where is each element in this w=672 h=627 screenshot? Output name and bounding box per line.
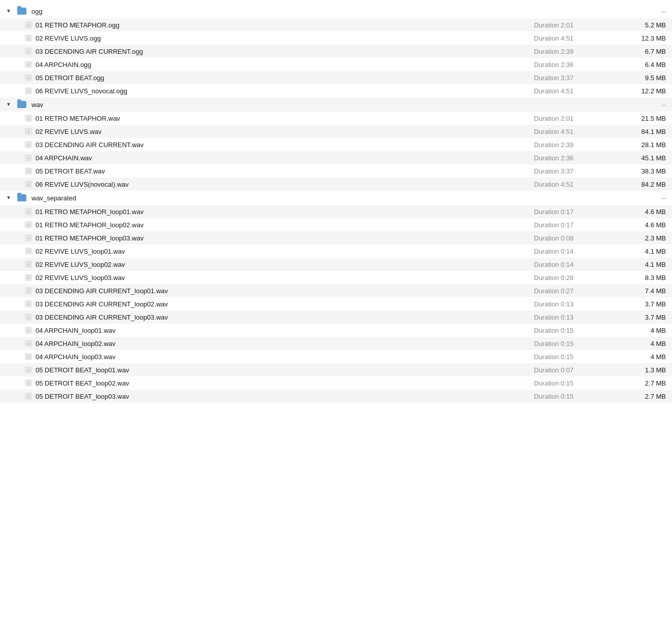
file-name: ♪ 02 REVIVE LUVS.wav	[24, 127, 534, 135]
file-duration: Duration 0:08	[534, 234, 615, 242]
svg-text:♪: ♪	[27, 75, 30, 80]
svg-text:♪: ♪	[27, 367, 30, 372]
music-file-icon: ♪	[24, 353, 32, 361]
svg-text:♪: ♪	[27, 209, 30, 214]
file-name: ♪ 03 DECENDING AIR CURRENT.wav	[24, 141, 534, 149]
file-name-label: 01 RETRO METAPHOR.wav	[36, 115, 120, 122]
file-duration: Duration 0:07	[534, 366, 615, 374]
svg-text:♪: ♪	[27, 36, 30, 41]
svg-text:♪: ♪	[27, 249, 30, 254]
file-size: 12.2 MB	[615, 87, 666, 95]
expand-arrow-icon[interactable]: ▼	[6, 101, 12, 108]
file-name-label: 05 DETROIT BEAT.ogg	[36, 74, 104, 82]
music-file-icon: ♪	[24, 127, 32, 135]
svg-text:♪: ♪	[27, 129, 30, 134]
file-name: ♪ 02 REVIVE LUVS_loop03.wav	[24, 273, 534, 282]
file-row[interactable]: ♪ 04 ARPCHAIN_loop02.wav Duration 0:15 4…	[0, 337, 672, 350]
file-row[interactable]: ♪ 05 DETROIT BEAT_loop03.wav Duration 0:…	[0, 390, 672, 403]
file-size: 21.5 MB	[615, 115, 666, 122]
expand-arrow-icon[interactable]: ▼	[6, 8, 12, 14]
file-name: ♪ 01 RETRO METAPHOR.ogg	[24, 21, 534, 29]
file-row[interactable]: ♪ 01 RETRO METAPHOR.wav Duration 2:01 21…	[0, 112, 672, 125]
svg-text:♪: ♪	[27, 168, 30, 173]
music-file-icon: ♪	[24, 114, 32, 122]
file-name-label: 05 DETROIT BEAT_loop01.wav	[36, 366, 129, 374]
file-name: ♪ 03 DECENDING AIR CURRENT_loop01.wav	[24, 287, 534, 295]
file-name-label: 03 DECENDING AIR CURRENT.ogg	[36, 48, 143, 55]
folder-icon	[17, 101, 26, 108]
file-name: ♪ 02 REVIVE LUVS.ogg	[24, 34, 534, 42]
file-row[interactable]: ♪ 05 DETROIT BEAT_loop02.wav Duration 0:…	[0, 376, 672, 390]
file-row[interactable]: ♪ 02 REVIVE LUVS_loop01.wav Duration 0:1…	[0, 245, 672, 258]
file-row[interactable]: ♪ 03 DECENDING AIR CURRENT_loop02.wav Du…	[0, 297, 672, 310]
file-duration: Duration 4:51	[534, 128, 615, 135]
folder-row-ogg[interactable]: ▼ ogg --	[0, 4, 672, 18]
svg-text:♪: ♪	[27, 301, 30, 306]
file-row[interactable]: ♪ 06 REVIVE LUVS(novocal).wav Duration 4…	[0, 178, 672, 191]
file-size: 2.7 MB	[615, 393, 666, 400]
file-size: 28.1 MB	[615, 141, 666, 149]
file-row[interactable]: ♪ 01 RETRO METAPHOR_loop02.wav Duration …	[0, 218, 672, 231]
music-file-icon: ♪	[24, 87, 32, 95]
folder-name-ogg: ▼ ogg	[6, 8, 534, 15]
svg-text:♪: ♪	[27, 341, 30, 346]
file-duration: Duration 0:14	[534, 261, 615, 268]
file-name: ♪ 01 RETRO METAPHOR_loop03.wav	[24, 234, 534, 242]
svg-text:♪: ♪	[27, 222, 30, 227]
file-row[interactable]: ♪ 04 ARPCHAIN_loop01.wav Duration 0:15 4…	[0, 324, 672, 337]
file-size: 45.1 MB	[615, 154, 666, 162]
file-name: ♪ 05 DETROIT BEAT.wav	[24, 167, 534, 175]
file-row[interactable]: ♪ 02 REVIVE LUVS_loop02.wav Duration 0:1…	[0, 258, 672, 271]
file-name-label: 06 REVIVE LUVS_novocal.ogg	[36, 87, 127, 95]
file-row[interactable]: ♪ 02 REVIVE LUVS.ogg Duration 4:51 12.3 …	[0, 31, 672, 45]
folder-row-wav[interactable]: ▼ wav --	[0, 97, 672, 112]
svg-text:♪: ♪	[27, 235, 30, 240]
file-duration: Duration 0:17	[534, 221, 615, 229]
file-duration: Duration 4:51	[534, 181, 615, 188]
file-name-label: 03 DECENDING AIR CURRENT_loop02.wav	[36, 300, 168, 308]
svg-text:♪: ♪	[27, 155, 30, 160]
music-file-icon: ♪	[24, 74, 32, 82]
svg-text:♪: ♪	[27, 116, 30, 121]
file-row[interactable]: ♪ 01 RETRO METAPHOR_loop01.wav Duration …	[0, 205, 672, 218]
file-row[interactable]: ♪ 02 REVIVE LUVS.wav Duration 4:51 84.1 …	[0, 125, 672, 138]
file-size: 84.1 MB	[615, 128, 666, 135]
file-name-label: 02 REVIVE LUVS_loop01.wav	[36, 248, 125, 255]
folder-name-wav: ▼ wav	[6, 101, 534, 109]
file-row[interactable]: ♪ 03 DECENDING AIR CURRENT_loop01.wav Du…	[0, 284, 672, 297]
music-file-icon: ♪	[24, 392, 32, 400]
folder-label: wav	[31, 101, 43, 109]
file-size: 4.1 MB	[615, 261, 666, 268]
file-row[interactable]: ♪ 03 DECENDING AIR CURRENT.ogg Duration …	[0, 45, 672, 58]
file-duration: Duration 0:15	[534, 393, 615, 400]
file-size: 2.7 MB	[615, 379, 666, 387]
expand-arrow-icon[interactable]: ▼	[6, 195, 12, 201]
svg-text:♪: ♪	[27, 22, 30, 27]
folder-label: wav_separated	[31, 194, 76, 202]
file-row[interactable]: ♪ 04 ARPCHAIN.wav Duration 2:36 45.1 MB	[0, 151, 672, 164]
file-row[interactable]: ♪ 04 ARPCHAIN.ogg Duration 2:36 6.4 MB	[0, 58, 672, 71]
folder-icon	[17, 8, 26, 15]
file-row[interactable]: ♪ 01 RETRO METAPHOR_loop03.wav Duration …	[0, 231, 672, 245]
file-duration: Duration 2:01	[534, 21, 615, 29]
folder-size-dash: --	[615, 194, 666, 202]
file-row[interactable]: ♪ 03 DECENDING AIR CURRENT_loop03.wav Du…	[0, 310, 672, 324]
folder-size-dash: --	[615, 8, 666, 15]
svg-text:♪: ♪	[27, 262, 30, 267]
file-row[interactable]: ♪ 05 DETROIT BEAT.ogg Duration 3:37 9.5 …	[0, 71, 672, 84]
file-row[interactable]: ♪ 03 DECENDING AIR CURRENT.wav Duration …	[0, 138, 672, 151]
file-size: 84.2 MB	[615, 181, 666, 188]
file-row[interactable]: ♪ 05 DETROIT BEAT_loop01.wav Duration 0:…	[0, 363, 672, 376]
file-duration: Duration 3:37	[534, 167, 615, 175]
file-row[interactable]: ♪ 04 ARPCHAIN_loop03.wav Duration 0:15 4…	[0, 350, 672, 363]
svg-text:♪: ♪	[27, 315, 30, 320]
file-name-label: 05 DETROIT BEAT_loop03.wav	[36, 393, 129, 400]
file-name-label: 04 ARPCHAIN_loop01.wav	[36, 327, 116, 334]
file-row[interactable]: ♪ 01 RETRO METAPHOR.ogg Duration 2:01 5.…	[0, 18, 672, 31]
folder-row-wav_separated[interactable]: ▼ wav_separated --	[0, 191, 672, 205]
file-row[interactable]: ♪ 06 REVIVE LUVS_novocal.ogg Duration 4:…	[0, 84, 672, 97]
file-row[interactable]: ♪ 05 DETROIT BEAT.wav Duration 3:37 38.3…	[0, 164, 672, 178]
file-size: 1.3 MB	[615, 366, 666, 374]
file-size: 3.7 MB	[615, 314, 666, 321]
file-row[interactable]: ♪ 02 REVIVE LUVS_loop03.wav Duration 0:2…	[0, 271, 672, 284]
